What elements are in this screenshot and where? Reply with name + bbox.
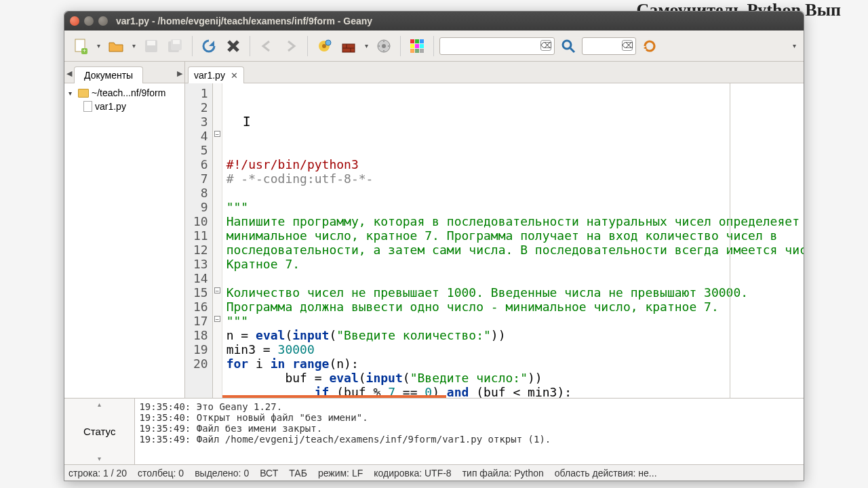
clear-goto-icon[interactable]: ⌫ [622,40,633,51]
code-line[interactable]: Программа должна вывести одно число - ми… [226,300,804,314]
message-panel: ▴ Статус ▾ 19:35:40: Это Geany 1.27. 19:… [64,398,804,464]
toolbar-separator [433,36,434,56]
status-selection: выделено: 0 [195,468,249,479]
panel-tab-scroll-up-icon[interactable]: ▴ [98,399,101,408]
svg-text:+: + [83,47,86,54]
message-panel-tabs[interactable]: ▴ Статус ▾ [64,399,135,464]
status-tab-mode: ТАБ [289,468,307,479]
file-icon [83,101,92,112]
code-line[interactable] [226,271,804,285]
code-line[interactable]: Кратное 7. [226,257,804,271]
status-insert-mode: ВСТ [260,468,278,479]
svg-line-28 [570,48,574,52]
maximize-icon[interactable] [98,16,108,26]
svg-rect-7 [173,40,180,44]
editor-tab-label: var1.py [194,70,225,81]
svg-rect-20 [420,39,424,43]
build-dropdown-icon[interactable]: ▾ [362,42,370,49]
code-line[interactable]: последовательности, а затем сами числа. … [226,243,804,257]
sidebar-tab-scroll-right[interactable]: ▶ [175,64,184,83]
color-picker-button[interactable] [406,35,428,57]
save-button[interactable] [140,35,162,57]
svg-rect-25 [415,49,419,53]
toolbar-separator [307,36,308,56]
status-log[interactable]: 19:35:40: Это Geany 1.27. 19:35:40: Откр… [135,399,804,464]
build-button[interactable] [338,35,359,57]
code-line[interactable]: buf = eval(input("Введите число:")) [226,371,804,385]
tree-folder[interactable]: ▾ ~/teach...nf/9form [64,86,184,100]
status-filetype: тип файла: Python [462,468,544,479]
sidebar-tab-scroll-left[interactable]: ◀ [64,64,74,83]
code-line[interactable]: #!/usr/bin/python3 [226,157,804,171]
titlebar[interactable]: var1.py - /home/evgenij/teach/examens/in… [64,12,804,30]
file-tree[interactable]: ▾ ~/teach...nf/9form var1.py [64,83,184,398]
compile-button[interactable] [313,35,335,57]
open-file-dropdown-icon[interactable]: ▾ [130,42,138,49]
clear-search-icon[interactable]: ⌫ [540,40,551,51]
code-line[interactable]: """ [226,200,804,214]
code-line[interactable]: # -*-coding:utf-8-*- [226,171,804,186]
close-file-button[interactable] [222,35,244,57]
svg-rect-21 [410,44,414,48]
panel-tab-scroll-down-icon[interactable]: ▾ [98,455,101,464]
toolbar-separator [400,36,401,56]
sidebar: ◀ Документы ▶ ▾ ~/teach...nf/9form var1.… [64,62,185,398]
editor-tab[interactable]: var1.py ✕ [188,66,244,83]
nav-forward-button[interactable] [280,35,302,57]
code-line[interactable]: for i in range(n): [226,357,804,371]
status-encoding: кодировка: UTF-8 [374,468,451,479]
line-number-gutter: 1 2 3 4 5 6 7 8 9 10 11 12 13 14 15 16 1… [185,83,213,398]
svg-point-17 [382,44,386,48]
save-all-button[interactable] [165,35,186,57]
editor-area[interactable]: 1 2 3 4 5 6 7 8 9 10 11 12 13 14 15 16 1… [185,83,804,398]
svg-point-27 [563,41,571,49]
search-input[interactable]: ⌫ [439,37,555,55]
tree-file-label: var1.py [95,101,126,112]
svg-point-10 [326,40,331,45]
panel-tab-status[interactable]: Статус [83,423,115,440]
svg-rect-18 [410,39,414,43]
search-button[interactable] [557,35,579,57]
code-line[interactable]: Напишите программу, которая в последоват… [226,214,804,228]
tree-expand-icon[interactable]: ▾ [68,89,75,97]
svg-point-9 [322,44,326,48]
open-file-button[interactable] [105,35,127,57]
horizontal-scrollbar[interactable] [222,395,446,398]
fold-column[interactable]: − − − [213,83,222,398]
new-file-button[interactable]: + [70,35,92,57]
statusbar: строка: 1 / 20 столбец: 0 выделено: 0 ВС… [64,464,804,481]
tree-file[interactable]: var1.py [64,100,184,113]
reload-button[interactable] [198,35,220,57]
fold-toggle-icon[interactable]: − [214,287,220,293]
toolbar-overflow-icon[interactable]: ▾ [790,42,798,49]
code-area[interactable]: I #!/usr/bin/python3# -*-coding:utf-8-*-… [222,83,804,398]
code-line[interactable]: минимальное число, кратное 7. Программа … [226,228,804,243]
text-cursor-icon: I [243,115,251,129]
code-line[interactable]: """ [226,314,804,328]
execute-button[interactable] [373,35,395,57]
code-line[interactable]: min3 = 30000 [226,342,804,357]
code-line[interactable] [226,186,804,200]
svg-rect-4 [147,41,155,45]
code-line[interactable]: n = eval(input("Введите количество:")) [226,328,804,342]
status-line: строка: 1 / 20 [68,468,127,479]
editor-tabs: var1.py ✕ [185,62,804,83]
svg-rect-19 [415,39,419,43]
fold-toggle-icon[interactable]: − [214,131,220,137]
tree-folder-label: ~/teach...nf/9form [92,87,165,98]
status-column: столбец: 0 [138,468,184,479]
toolbar-separator [192,36,193,56]
tab-close-icon[interactable]: ✕ [231,70,238,81]
code-line[interactable]: Количество чисел не превышает 1000. Введ… [226,285,804,300]
goto-line-input[interactable]: ⌫ [582,37,636,55]
status-eol-mode: режим: LF [318,468,363,479]
sidebar-tab-documents[interactable]: Документы [74,66,143,83]
svg-rect-23 [420,44,424,48]
goto-line-button[interactable] [639,35,660,57]
close-icon[interactable] [70,16,79,26]
folder-icon [78,89,89,98]
fold-toggle-icon[interactable]: − [214,316,220,322]
new-file-dropdown-icon[interactable]: ▾ [94,42,102,49]
minimize-icon[interactable] [84,16,94,26]
nav-back-button[interactable] [256,35,277,57]
